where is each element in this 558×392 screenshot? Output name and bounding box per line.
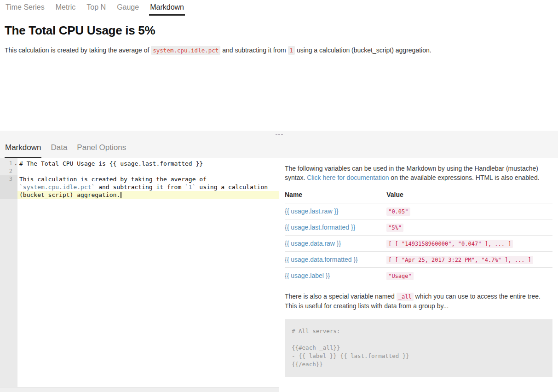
line-number: 1	[9, 160, 12, 167]
example-line: {{#each _all}}	[292, 344, 546, 352]
preview-paragraph: This calculation is created by taking th…	[5, 46, 553, 55]
all-note-text-1: There is also a special variable named	[285, 293, 397, 300]
variables-help-panel: The following variables can be used in t…	[279, 158, 558, 392]
variable-value: [ [ "1493158960000", "0.047" ], ... ]	[386, 240, 513, 248]
column-header-name: Name	[285, 188, 386, 203]
code-text-token: (bucket_script) aggregation.	[19, 191, 120, 198]
code-line-2	[17, 167, 279, 175]
markdown-workspace: 1 ▾ 2 3 # The Total CPU Usage is {{ usag…	[0, 158, 558, 392]
editor-gutter: 1 ▾ 2 3	[0, 158, 17, 387]
example-line: - {{ label }} {{ last.formatted }}	[292, 352, 546, 360]
resize-splitter[interactable]	[0, 131, 558, 138]
panel-tab-data[interactable]: Data	[50, 138, 68, 158]
code-line-3-wrap-2: (bucket_script) aggregation.	[17, 191, 279, 199]
preview-text-2: and subtracting it from	[220, 46, 288, 54]
all-variable-code: _all	[397, 293, 414, 301]
example-code-block: # All servers: {{#each _all}} - {{ label…	[285, 319, 552, 377]
variable-name: {{ usage.last.raw }}	[285, 208, 339, 215]
variable-value: [ [ "Apr 25, 2017 3:22 PM", "4.7%" ], ..…	[386, 256, 533, 264]
gutter-line-3: 3	[0, 175, 17, 183]
preview-inline-code-2: 1	[288, 46, 295, 55]
editor-text-area[interactable]: # The Total CPU Usage is {{ usage.last.f…	[17, 158, 279, 387]
table-row: {{ usage.data.formatted }} [ [ "Apr 25, …	[285, 252, 552, 268]
line-number: 2	[9, 168, 12, 174]
line-number: 3	[9, 176, 12, 182]
tab-metric[interactable]: Metric	[55, 0, 77, 16]
example-line: # All servers:	[292, 327, 546, 335]
variable-value: "0.05"	[386, 208, 410, 216]
example-line: {{/each}}	[292, 360, 546, 369]
code-text-token: and subtracting it from	[95, 184, 185, 190]
drag-handle-icon[interactable]	[276, 134, 283, 135]
table-row: {{ usage.data.raw }} [ [ "1493158960000"…	[285, 236, 552, 252]
documentation-link[interactable]: Click here for documentation	[307, 174, 389, 181]
all-variable-note: There is also a special variable named _…	[285, 292, 552, 311]
code-backtick-token: `1`	[185, 184, 196, 190]
variable-value: "5%"	[386, 224, 403, 232]
table-header-row: Name Value	[285, 188, 552, 203]
editor-bottom-gutter	[0, 387, 279, 392]
table-row: {{ usage.label }} "Usage"	[285, 268, 552, 284]
tab-time-series[interactable]: Time Series	[5, 0, 46, 16]
column-header-value: Value	[386, 188, 552, 203]
gutter-line-1: 1 ▾	[0, 160, 17, 167]
variable-name: {{ usage.last.formatted }}	[285, 224, 355, 231]
text-cursor	[121, 192, 121, 198]
panel-tab-markdown[interactable]: Markdown	[5, 138, 41, 158]
table-row: {{ usage.last.formatted }} "5%"	[285, 219, 552, 236]
help-intro: The following variables can be used in t…	[285, 164, 552, 182]
preview-text-1: This calculation is created by taking th…	[5, 46, 151, 54]
tab-markdown[interactable]: Markdown	[149, 0, 185, 16]
editor-column: 1 ▾ 2 3 # The Total CPU Usage is {{ usag…	[0, 158, 279, 392]
gutter-wrap-filler	[0, 183, 17, 191]
code-line-1: # The Total CPU Usage is {{ usage.last.f…	[17, 160, 279, 167]
tab-gauge[interactable]: Gauge	[116, 0, 140, 16]
tab-top-n[interactable]: Top N	[86, 0, 107, 16]
code-line-3-wrap-1: `system.cpu.idle.pct` and subtracting it…	[17, 183, 279, 191]
visualization-type-tabs: Time Series Metric Top N Gauge Markdown	[0, 0, 558, 16]
table-row: {{ usage.last.raw }} "0.05"	[285, 203, 552, 219]
variable-name: {{ usage.label }}	[285, 272, 330, 279]
code-text-token: using a calculation	[196, 184, 268, 190]
preview-text-3: using a calculation (bucket_script) aggr…	[295, 46, 431, 54]
gutter-wrap-filler	[0, 191, 17, 199]
panel-tabs: Markdown Data Panel Options	[0, 138, 558, 158]
help-intro-text-2: on the available expressions. HTML is al…	[389, 174, 539, 181]
panel-tab-panel-options[interactable]: Panel Options	[76, 138, 127, 158]
preview-inline-code-1: system.cpu.idle.pct	[151, 46, 220, 55]
markdown-code-editor[interactable]: 1 ▾ 2 3 # The Total CPU Usage is {{ usag…	[0, 158, 279, 387]
variable-value: "Usage"	[386, 272, 414, 280]
variable-name: {{ usage.data.formatted }}	[285, 256, 358, 263]
code-backtick-token: `system.cpu.idle.pct`	[19, 184, 95, 190]
example-line	[292, 335, 546, 344]
preview-heading: The Total CPU Usage is 5%	[5, 23, 553, 38]
markdown-preview: The Total CPU Usage is 5% This calculati…	[0, 16, 558, 62]
editor-section: Markdown Data Panel Options 1 ▾ 2 3	[0, 131, 558, 392]
gutter-line-2: 2	[0, 167, 17, 175]
code-line-3: This calculation is created by taking th…	[17, 175, 279, 183]
variable-name: {{ usage.data.raw }}	[285, 240, 341, 247]
variables-table: Name Value {{ usage.last.raw }} "0.05" {…	[285, 188, 552, 283]
